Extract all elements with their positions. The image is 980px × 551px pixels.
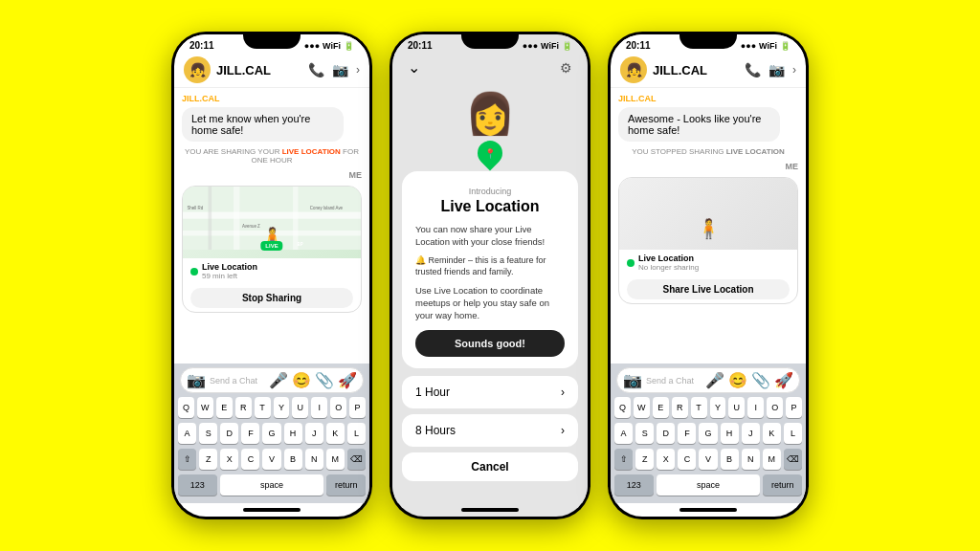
share-live-location-button[interactable]: Share Live Location: [627, 279, 790, 299]
key-j-r[interactable]: J: [742, 423, 760, 444]
key-z-r[interactable]: Z: [635, 449, 654, 470]
live-location-card-right: 🧍 Live Location No longer sharing Share …: [618, 177, 798, 304]
key-h-r[interactable]: H: [721, 423, 739, 444]
key-m-r[interactable]: M: [763, 449, 781, 470]
phone-icon-left[interactable]: 📞: [308, 62, 324, 77]
key-s-r[interactable]: S: [635, 423, 654, 444]
key-n-r[interactable]: N: [742, 449, 760, 470]
key-v-r[interactable]: V: [699, 449, 717, 470]
chat-placeholder-left[interactable]: Send a Chat: [210, 376, 265, 386]
chevron-icon-left[interactable]: ›: [356, 63, 360, 77]
key-h[interactable]: H: [284, 423, 302, 444]
key-w[interactable]: W: [197, 397, 213, 418]
key-t-r[interactable]: T: [691, 397, 707, 418]
bitmoji-right: 🧍: [697, 217, 721, 240]
key-z[interactable]: Z: [199, 449, 217, 470]
key-r-r[interactable]: R: [672, 397, 688, 418]
camera-icon-right[interactable]: 📷: [623, 371, 642, 389]
key-a[interactable]: A: [178, 423, 196, 444]
key-p-r[interactable]: P: [786, 397, 802, 418]
live-loc-sub-left: 59 min left: [202, 272, 257, 280]
key-f[interactable]: F: [241, 423, 259, 444]
sticker-icon-right[interactable]: 📎: [751, 371, 770, 389]
key-x-r[interactable]: X: [657, 449, 675, 470]
emoji-icon-right[interactable]: 😊: [728, 371, 747, 389]
key-shift-right[interactable]: ⇧: [614, 449, 633, 470]
stop-sharing-button[interactable]: Stop Sharing: [190, 288, 353, 308]
key-i[interactable]: I: [311, 397, 327, 418]
key-l[interactable]: L: [347, 423, 366, 444]
key-c-r[interactable]: C: [678, 449, 696, 470]
key-123-left[interactable]: 123: [178, 474, 217, 496]
keyboard-right: 📷 Send a Chat 🎤 😊 📎 🚀 Q W E R T Y: [611, 364, 806, 503]
key-v[interactable]: V: [262, 449, 280, 470]
key-t[interactable]: T: [255, 397, 271, 418]
video-icon-right[interactable]: 📷: [768, 62, 785, 77]
key-d[interactable]: D: [220, 423, 238, 444]
emoji-icon-left[interactable]: 😊: [292, 371, 311, 389]
key-k[interactable]: K: [326, 423, 345, 444]
key-return-left[interactable]: return: [326, 474, 366, 496]
chat-placeholder-right[interactable]: Send a Chat: [646, 376, 702, 386]
camera-icon-left[interactable]: 📷: [187, 371, 206, 389]
key-d-r[interactable]: D: [657, 423, 675, 444]
key-r[interactable]: R: [235, 397, 252, 418]
key-j[interactable]: J: [305, 423, 323, 444]
cancel-button[interactable]: Cancel: [402, 452, 578, 481]
key-o-r[interactable]: O: [767, 397, 783, 418]
key-b[interactable]: B: [284, 449, 302, 470]
key-shift-left[interactable]: ⇧: [178, 449, 196, 470]
key-a-r[interactable]: A: [614, 423, 633, 444]
key-g-r[interactable]: G: [699, 423, 717, 444]
keyboard-rows-right: Q W E R T Y U I O P A S D: [612, 397, 804, 496]
back-chevron-middle[interactable]: ⌄: [408, 58, 420, 77]
key-g[interactable]: G: [262, 423, 280, 444]
home-indicator-left: [174, 503, 369, 517]
battery-left: 🔋: [344, 41, 354, 51]
time-middle: 20:11: [408, 40, 433, 51]
key-w-r[interactable]: W: [634, 397, 650, 418]
key-123-right[interactable]: 123: [614, 474, 654, 496]
key-e[interactable]: E: [216, 397, 233, 418]
sticker-icon-left[interactable]: 📎: [315, 371, 334, 389]
key-u[interactable]: U: [292, 397, 308, 418]
key-e-r[interactable]: E: [653, 397, 669, 418]
mic-icon-left[interactable]: 🎤: [269, 371, 288, 389]
rocket-icon-left[interactable]: 🚀: [338, 371, 357, 389]
chevron-icon-right[interactable]: ›: [792, 63, 796, 77]
keyboard-left: 📷 Send a Chat 🎤 😊 📎 🚀 Q W E R T Y: [174, 364, 369, 503]
location-pin-area: 📍: [392, 141, 588, 165]
key-space-right[interactable]: space: [657, 474, 761, 496]
key-s[interactable]: S: [199, 423, 217, 444]
key-x[interactable]: X: [220, 449, 238, 470]
key-o[interactable]: O: [330, 397, 346, 418]
rocket-icon-right[interactable]: 🚀: [774, 371, 793, 389]
key-n[interactable]: N: [305, 449, 323, 470]
key-delete-right[interactable]: ⌫: [784, 449, 802, 470]
key-q[interactable]: Q: [178, 397, 194, 418]
key-y-r[interactable]: Y: [710, 397, 726, 418]
key-l-r[interactable]: L: [784, 423, 802, 444]
key-delete-left[interactable]: ⌫: [347, 449, 366, 470]
sounds-good-button[interactable]: Sounds good!: [415, 330, 565, 357]
key-q-r[interactable]: Q: [614, 397, 631, 418]
mic-icon-right[interactable]: 🎤: [705, 371, 724, 389]
key-b-r[interactable]: B: [721, 449, 739, 470]
option-1-hour[interactable]: 1 Hour ›: [402, 376, 578, 408]
key-m[interactable]: M: [326, 449, 345, 470]
option-8-hours[interactable]: 8 Hours ›: [402, 414, 578, 447]
key-f-r[interactable]: F: [678, 423, 696, 444]
key-c[interactable]: C: [241, 449, 259, 470]
key-u-r[interactable]: U: [728, 397, 745, 418]
key-p[interactable]: P: [349, 397, 366, 418]
video-icon-left[interactable]: 📷: [332, 62, 348, 77]
key-i-r[interactable]: I: [747, 397, 764, 418]
header-icons-left: 📞 📷 ›: [308, 62, 360, 77]
key-y[interactable]: Y: [274, 397, 290, 418]
gear-icon-middle[interactable]: ⚙: [560, 60, 572, 76]
key-k-r[interactable]: K: [763, 423, 781, 444]
key-return-right[interactable]: return: [763, 474, 802, 496]
chat-input-row-left: 📷 Send a Chat 🎤 😊 📎 🚀: [180, 367, 364, 393]
phone-icon-right[interactable]: 📞: [745, 62, 761, 77]
key-space-left[interactable]: space: [220, 474, 324, 496]
